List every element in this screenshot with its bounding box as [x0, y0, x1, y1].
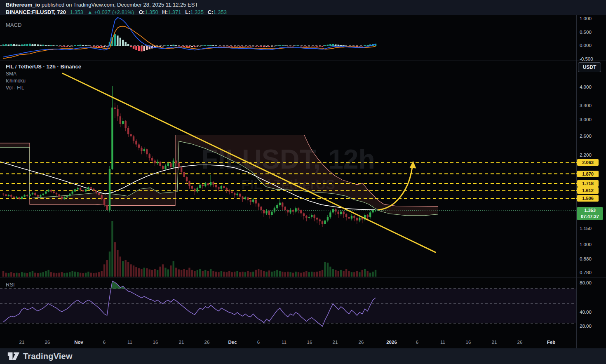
candle-body [359, 218, 360, 221]
time-axis-label[interactable]: 11 [282, 340, 287, 345]
volume-bar [327, 263, 329, 277]
volume-bar [87, 272, 89, 277]
candle-body [37, 195, 39, 197]
rsi-pane-label[interactable]: RSI [6, 282, 15, 288]
tradingview-logo-icon[interactable] [7, 351, 20, 362]
macd-histogram-bar [292, 46, 294, 47]
volume-bar [284, 272, 286, 277]
macd-histogram-bar [289, 46, 291, 47]
candle-body [186, 177, 188, 181]
volume-bar [29, 272, 31, 277]
time-axis-label[interactable]: 26 [45, 340, 50, 345]
time-axis-label[interactable]: 21 [19, 340, 25, 345]
candle-body [154, 161, 155, 164]
volume-bar [82, 273, 84, 277]
candle-body [16, 197, 17, 198]
macd-histogram-bar [239, 46, 241, 47]
symbol-label[interactable]: BINANCE:FILUSDT, 720 [6, 9, 66, 15]
time-axis-label[interactable]: 16 [307, 340, 312, 345]
current-price-label[interactable]: 1.35307:47:37 [577, 207, 603, 220]
candle-body [279, 203, 281, 205]
candle-body [45, 191, 47, 193]
time-axis-label[interactable]: 11 [127, 340, 132, 345]
candle-body [351, 216, 352, 218]
time-axis-label[interactable]: 26 [204, 340, 210, 345]
time-axis-label[interactable]: 6 [257, 340, 260, 345]
macd-histogram-bar [221, 46, 222, 47]
macd-histogram-bar [353, 46, 355, 47]
time-axis-label[interactable]: 16 [153, 340, 158, 345]
level-price-label[interactable]: 1.870 [577, 171, 599, 177]
macd-histogram-bar [322, 46, 323, 47]
time-axis-label[interactable]: 21 [333, 340, 338, 345]
candle-body [2, 194, 4, 195]
volume-bar [135, 267, 137, 277]
time-axis-label[interactable]: Feb [547, 340, 555, 345]
macd-histogram-bar [329, 44, 331, 46]
time-axis-label[interactable]: 6 [416, 340, 418, 345]
chart-canvas[interactable] [0, 0, 606, 364]
volume-bar [122, 261, 124, 277]
volume-bar [231, 272, 233, 277]
macd-histogram-bar [178, 46, 180, 47]
legend-ichimoku[interactable]: Ichimoku [6, 78, 81, 84]
macd-histogram-bar [271, 46, 272, 47]
volume-bar [226, 272, 228, 277]
level-price-label[interactable]: 1.718 [577, 180, 599, 187]
macd-histogram-bar [359, 46, 360, 47]
author-name[interactable]: Bithereum_io [6, 2, 40, 8]
time-axis-label[interactable]: 21 [179, 340, 184, 345]
candle-body [47, 190, 49, 191]
macd-histogram-bar [93, 46, 94, 47]
volume-bar [32, 271, 33, 277]
time-axis-label[interactable]: 21 [492, 340, 497, 345]
price-axis-tick: 3.000 [580, 117, 592, 122]
volume-bar [47, 270, 49, 277]
volume-bar [210, 269, 211, 277]
volume-bar [98, 272, 100, 277]
candle-body [42, 194, 44, 195]
macd-histogram-bar [204, 45, 206, 46]
time-axis-label[interactable]: 16 [466, 340, 471, 345]
volume-bar [319, 271, 320, 277]
currency-toggle-button[interactable]: USDT [578, 62, 601, 72]
macd-histogram-bar [87, 45, 89, 46]
volume-bar [345, 269, 347, 277]
macd-histogram-bar [295, 45, 296, 46]
time-axis-label[interactable]: 26 [359, 340, 364, 345]
legend-sma[interactable]: SMA [6, 71, 81, 77]
time-axis-label[interactable]: Dec [228, 340, 237, 345]
macd-histogram-bar [181, 46, 182, 47]
candle-body [260, 207, 262, 210]
candle-body [247, 197, 249, 200]
time-axis-label[interactable]: Nov [74, 340, 83, 345]
candle-body [80, 188, 81, 190]
time-axis-label[interactable]: 26 [517, 340, 523, 345]
volume-bar [338, 271, 339, 277]
legend-symbol[interactable]: FIL / TetherUS · 12h · Binance [6, 63, 81, 70]
volume-bar [252, 272, 254, 277]
volume-bar [289, 272, 291, 277]
volume-bar [353, 272, 355, 277]
candle-body [29, 194, 31, 196]
time-axis-label[interactable]: 6 [103, 340, 106, 345]
time-axis-label[interactable]: 2026 [386, 340, 397, 345]
macd-histogram-bar [327, 45, 329, 46]
level-price-label[interactable]: 1.612 [577, 187, 599, 194]
tradingview-brand-text[interactable]: TradingView [23, 352, 73, 361]
legend-volume[interactable]: Vol · FIL [6, 85, 81, 91]
candle-body [319, 220, 320, 221]
candle-body [356, 218, 358, 221]
volume-bar [175, 268, 177, 277]
macd-pane-label[interactable]: MACD [6, 22, 21, 28]
level-price-label[interactable]: 1.506 [577, 195, 599, 202]
macd-histogram-bar [125, 42, 127, 46]
candle-body [226, 188, 228, 190]
level-price-label[interactable]: 2.063 [577, 159, 599, 166]
volume-bar [305, 271, 307, 277]
time-axis-label[interactable]: 11 [440, 340, 445, 345]
close-label: C: [208, 9, 214, 15]
macd-histogram-bar [117, 35, 118, 46]
candle-body [135, 141, 137, 145]
volume-bar [109, 251, 110, 277]
